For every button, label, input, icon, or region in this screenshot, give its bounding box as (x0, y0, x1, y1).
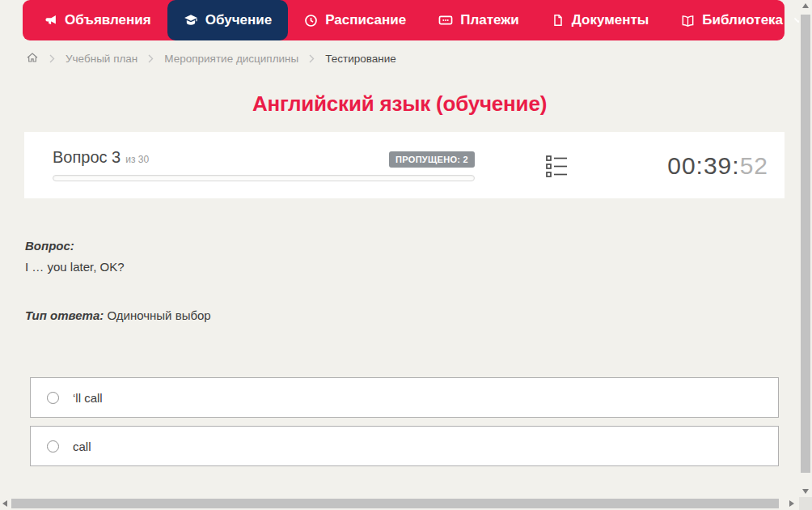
home-icon[interactable] (26, 51, 39, 66)
question-text: I … you later, OK? (25, 257, 125, 278)
open-book-icon (681, 14, 695, 28)
nav-item-schedule[interactable]: Расписание (288, 0, 422, 40)
document-icon (552, 14, 565, 27)
nav-item-announcements[interactable]: Объявления (27, 0, 167, 40)
graduation-cap-icon (184, 13, 198, 28)
question-list-icon[interactable] (546, 153, 568, 183)
radio-button[interactable] (47, 392, 59, 404)
megaphone-icon (44, 14, 57, 28)
nav-item-label: Объявления (65, 12, 151, 28)
nav-item-label: Платежи (460, 12, 519, 28)
breadcrumb-item-curriculum[interactable]: Учебный план (66, 53, 137, 65)
nav-item-label: Обучение (205, 12, 272, 28)
answer-type-value: Одиночный выбор (107, 308, 210, 322)
scrollbar-corner (799, 497, 812, 510)
nav-item-label: Расписание (325, 12, 406, 28)
breadcrumb-item-discipline-event[interactable]: Мероприятие дисциплины (164, 53, 298, 65)
question-body: Вопрос: I … you later, OK? (25, 236, 125, 278)
breadcrumb-separator-icon (49, 54, 55, 63)
nav-item-documents[interactable]: Документы (535, 0, 666, 40)
clock-icon (304, 14, 318, 28)
payment-card-icon (438, 13, 453, 28)
breadcrumb-separator-icon (309, 54, 315, 63)
breadcrumb-item-testing: Тестирование (325, 53, 396, 65)
progress-bar (53, 175, 475, 181)
question-header-panel: Вопрос 3 из 30 ПРОПУЩЕНО: 2 00:39:52 (24, 132, 785, 198)
answer-type-row: Тип ответа: Одиночный выбор (25, 305, 211, 326)
horizontal-scrollbar[interactable] (0, 497, 799, 510)
answer-option-2[interactable]: call (30, 426, 779, 466)
answer-option-label: ‘ll call (73, 391, 103, 405)
question-number: Вопрос 3 (53, 148, 121, 167)
scroll-left-arrow-icon[interactable] (2, 500, 7, 507)
vertical-scrollbar-thumb[interactable] (801, 15, 810, 473)
skipped-badge: ПРОПУЩЕНО: 2 (389, 151, 475, 168)
answer-options: ‘ll call call (30, 377, 779, 474)
main-nav: Объявления Обучение Расписание Платежи Д… (23, 0, 785, 40)
answer-option-1[interactable]: ‘ll call (30, 377, 779, 418)
breadcrumb: Учебный план Мероприятие дисциплины Тест… (26, 51, 396, 66)
quiz-page: Объявления Обучение Расписание Платежи Д… (0, 0, 812, 510)
radio-button[interactable] (47, 440, 59, 453)
scroll-up-arrow-icon[interactable] (802, 3, 809, 8)
question-total: из 30 (125, 154, 149, 165)
nav-item-learning[interactable]: Обучение (167, 0, 288, 40)
nav-item-label: Документы (572, 12, 649, 28)
nav-item-label: Библиотека (702, 12, 783, 28)
timer: 00:39:52 (667, 152, 768, 180)
vertical-scrollbar[interactable] (799, 0, 812, 497)
answer-option-label: call (73, 440, 91, 453)
timer-hours-minutes: 00:39: (667, 152, 739, 179)
breadcrumb-separator-icon (148, 54, 154, 63)
timer-seconds: 52 (740, 152, 768, 179)
nav-item-library[interactable]: Библиотека (665, 0, 812, 40)
scroll-down-arrow-icon[interactable] (802, 489, 809, 494)
question-heading: Вопрос: (25, 236, 125, 257)
scroll-right-arrow-icon[interactable] (789, 500, 794, 507)
horizontal-scrollbar-thumb[interactable] (11, 499, 779, 508)
answer-type-label: Тип ответа: (25, 308, 104, 322)
question-progress-block: Вопрос 3 из 30 ПРОПУЩЕНО: 2 (53, 148, 475, 181)
nav-item-payments[interactable]: Платежи (422, 0, 535, 40)
page-title: Английский язык (обучение) (0, 91, 799, 117)
